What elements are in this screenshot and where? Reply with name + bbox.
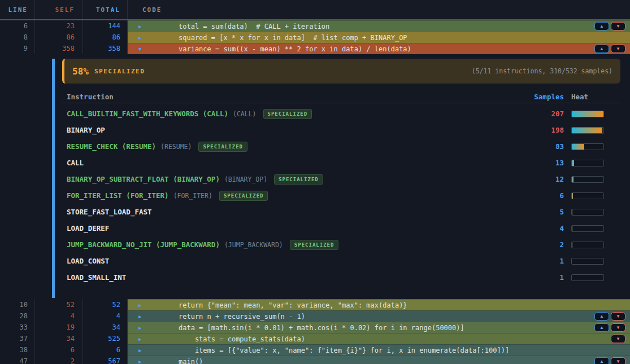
instruction-samples: 1 [513,273,564,282]
instruction-samples: 6 [513,191,564,200]
instruction-detail-panel: 58% SPECIALIZED (5/11 instructions, 310/… [0,59,630,299]
specialized-badge: SPECIALIZED [198,142,247,152]
line-number: 38 [0,344,35,356]
total-samples: 6 [83,344,128,356]
navigate-down-button[interactable]: ▼ [611,45,625,53]
code-text: squared = [x * x for x in data] # list c… [179,34,407,42]
heat-bar-track [571,176,604,183]
code-band[interactable]: ▶ squared = [x * x for x in data] # list… [128,32,630,43]
self-samples: 86 [35,32,83,43]
total-samples: 34 [83,322,128,333]
specialized-label: SPECIALIZED [94,68,145,75]
column-header-samples[interactable]: Samples [513,93,564,101]
code-line-row: 9 358 358 ▼ variance = sum((x - mean) **… [0,43,630,54]
heat-bar-fill [572,144,584,150]
code-text: items = [{"value": x, "name": f"item_{i}… [179,347,509,354]
navigate-up-button[interactable]: ▲ [594,22,609,30]
column-header-self[interactable]: SELF [35,0,83,19]
instruction-name: FOR_ITER_LIST (FOR_ITER) [67,191,169,200]
navigate-down-button[interactable]: ▼ [611,335,625,343]
total-samples: 52 [83,299,128,310]
navigate-down-button[interactable]: ▼ [611,22,625,30]
expand-toggle-icon[interactable]: ▼ [138,46,145,52]
heat-bar-track [571,242,604,248]
code-band[interactable]: ▶ total = sum(data) # CALL + iteration ▲… [128,20,630,32]
row-nav-buttons: ▲ ▼ [611,335,625,343]
line-number: 9 [0,43,35,54]
specialized-badge: SPECIALIZED [274,174,323,185]
navigate-down-button[interactable]: ▼ [611,323,625,332]
heat-bar-fill [572,160,574,166]
code-band[interactable]: ▶ data = [math.sin(i * 0.01) + math.cos(… [128,322,630,333]
heat-bar-fill [572,177,573,182]
navigate-down-button[interactable]: ▼ [611,312,625,321]
code-line-row: 38 6 6 ▶ items = [{"value": x, "name": f… [0,344,630,356]
line-number: 37 [0,333,35,344]
code-band[interactable]: ▶ return n + recursive_sum(n - 1) ▲ ▼ [128,310,630,322]
instruction-name: STORE_FAST_LOAD_FAST [67,208,152,216]
line-number: 33 [0,322,35,333]
column-header-line[interactable]: LINE [0,0,35,19]
panel-guide-bar [52,59,55,298]
self-samples: 358 [35,43,83,54]
expand-toggle-icon[interactable]: ▶ [138,314,145,319]
code-band[interactable]: ▶ main() ▲ ▼ [128,356,630,364]
instruction-samples: 198 [513,126,564,134]
instruction-row: LOAD_CONST SPECIALIZED 1 [62,253,620,269]
navigate-up-button[interactable]: ▲ [594,312,609,321]
instruction-samples: 13 [513,159,564,167]
total-samples: 86 [83,32,128,43]
code-band[interactable]: ▶ stats = compute_stats(data) ▲ ▼ [128,333,630,344]
heat-bar-track [571,127,604,134]
expand-toggle-icon[interactable]: ▶ [138,359,145,364]
instruction-base-opcode: (RESUME) [160,143,192,151]
total-samples: 144 [83,20,128,32]
row-nav-buttons: ▲ ▼ [594,323,625,332]
line-number: 8 [0,32,35,43]
instruction-name: BINARY_OP [67,126,105,134]
self-samples: 52 [35,299,83,310]
table-header: LINE SELF TOTAL CODE [0,0,630,20]
total-samples: 525 [83,333,128,344]
column-header-code[interactable]: CODE [128,0,630,19]
instruction-row: STORE_FAST_LOAD_FAST SPECIALIZED 5 [62,204,620,220]
navigate-up-button[interactable]: ▲ [594,323,609,332]
instruction-name: LOAD_SMALL_INT [67,273,126,282]
code-band[interactable]: ▶ return {"mean": mean, "var": variance,… [128,299,630,310]
instruction-base-opcode: (JUMP_BACKWARD) [224,241,283,249]
code-band[interactable]: ▼ variance = sum((x - mean) ** 2 for x i… [128,43,630,54]
expand-toggle-icon[interactable]: ▶ [138,336,145,342]
navigate-up-button[interactable]: ▲ [594,45,609,53]
expand-toggle-icon[interactable]: ▶ [138,348,145,353]
total-samples: 358 [83,43,128,54]
specialization-banner: 58% SPECIALIZED (5/11 instructions, 310/… [62,59,620,84]
navigate-up-button[interactable]: ▲ [594,357,609,364]
instruction-base-opcode: (FOR_ITER) [173,192,212,200]
line-number: 47 [0,356,35,364]
code-text: total = sum(data) # CALL + iteration [179,23,329,30]
specialized-badge: SPECIALIZED [263,109,312,119]
heat-bar-fill [572,193,573,199]
code-text: data = [math.sin(i * 0.01) + math.cos(i … [179,324,464,332]
instruction-base-opcode: (BINARY_OP) [224,176,267,183]
expand-toggle-icon[interactable]: ▶ [138,302,145,308]
expand-toggle-icon[interactable]: ▶ [138,24,145,29]
expand-toggle-icon[interactable]: ▶ [138,325,145,331]
instruction-name: RESUME_CHECK (RESUME) [67,142,156,151]
self-samples: 4 [35,310,83,322]
code-band[interactable]: ▶ items = [{"value": x, "name": f"item_{… [128,344,630,356]
code-line-row: 6 23 144 ▶ total = sum(data) # CALL + it… [0,20,630,32]
code-line-row: 28 4 4 ▶ return n + recursive_sum(n - 1)… [0,310,630,322]
self-samples: 34 [35,333,83,344]
navigate-down-button[interactable]: ▼ [611,357,625,364]
self-samples: 19 [35,322,83,333]
total-samples: 567 [83,356,128,364]
total-samples: 4 [83,310,128,322]
instruction-name: CALL_BUILTIN_FAST_WITH_KEYWORDS (CALL) [67,109,228,118]
column-header-total[interactable]: TOTAL [83,0,128,19]
code-line-row: 10 52 52 ▶ return {"mean": mean, "var": … [0,299,630,310]
self-samples: 2 [35,356,83,364]
row-nav-buttons: ▲ ▼ [594,45,625,53]
expand-toggle-icon[interactable]: ▶ [138,35,145,41]
column-header-instruction: Instruction [67,93,513,101]
